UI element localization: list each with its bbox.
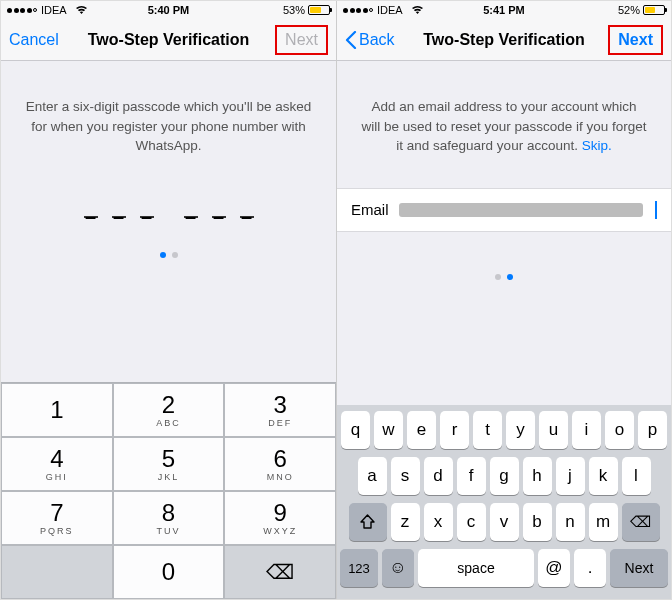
key-f[interactable]: f (457, 457, 486, 495)
carrier-label: IDEA (377, 4, 403, 16)
nav-bar: Back Two-Step Verification Next (337, 19, 671, 61)
key-v[interactable]: v (490, 503, 519, 541)
emoji-icon: ☺ (389, 558, 406, 578)
wifi-icon (75, 5, 88, 15)
cancel-button[interactable]: Cancel (9, 31, 81, 49)
screen-passcode: IDEA 5:40 PM 53% Cancel Two-Step Verific… (1, 1, 336, 599)
key-r[interactable]: r (440, 411, 469, 449)
passcode-digit: – (84, 204, 98, 218)
key-at[interactable]: @ (538, 549, 570, 587)
key-space[interactable]: space (418, 549, 534, 587)
text-cursor (655, 201, 657, 219)
key-emoji[interactable]: ☺ (382, 549, 414, 587)
back-button[interactable]: Back (345, 31, 417, 49)
qwerty-keyboard: q w e r t y u i o p a s d f g h j k l (337, 405, 671, 599)
nav-bar: Cancel Two-Step Verification Next (1, 19, 336, 61)
battery-icon (308, 5, 330, 15)
instruction-text: Enter a six-digit passcode which you'll … (1, 61, 336, 184)
key-dot[interactable]: . (574, 549, 606, 587)
signal-dots-icon (343, 8, 373, 13)
passcode-digit: – (212, 204, 226, 218)
key-s[interactable]: s (391, 457, 420, 495)
backspace-icon: ⌫ (266, 560, 294, 584)
clock: 5:41 PM (483, 4, 525, 16)
key-4[interactable]: 4GHI (1, 437, 113, 491)
email-label: Email (351, 201, 389, 218)
key-w[interactable]: w (374, 411, 403, 449)
key-backspace[interactable]: ⌫ (224, 545, 336, 599)
key-0[interactable]: 0 (113, 545, 225, 599)
key-6[interactable]: 6MNO (224, 437, 336, 491)
key-1[interactable]: 1 (1, 383, 113, 437)
email-value-redacted (399, 203, 643, 217)
status-bar: IDEA 5:41 PM 52% (337, 1, 671, 19)
key-8[interactable]: 8TUV (113, 491, 225, 545)
key-shift[interactable] (349, 503, 387, 541)
key-q[interactable]: q (341, 411, 370, 449)
key-3[interactable]: 3DEF (224, 383, 336, 437)
passcode-digit: – (240, 204, 254, 218)
key-2[interactable]: 2ABC (113, 383, 225, 437)
passcode-digit: – (184, 204, 198, 218)
next-button[interactable]: Next (275, 25, 328, 55)
key-blank (1, 545, 113, 599)
key-7[interactable]: 7PQRS (1, 491, 113, 545)
passcode-digit: – (112, 204, 126, 218)
key-9[interactable]: 9WXYZ (224, 491, 336, 545)
shift-icon (359, 514, 376, 530)
key-5[interactable]: 5JKL (113, 437, 225, 491)
page-title: Two-Step Verification (81, 31, 256, 49)
page-title: Two-Step Verification (417, 31, 591, 49)
key-p[interactable]: p (638, 411, 667, 449)
key-g[interactable]: g (490, 457, 519, 495)
instruction-text: Add an email address to your account whi… (337, 61, 671, 184)
chevron-left-icon (345, 31, 357, 49)
screen-email: IDEA 5:41 PM 52% Back Two-Step Verificat… (336, 1, 671, 599)
status-bar: IDEA 5:40 PM 53% (1, 1, 336, 19)
key-m[interactable]: m (589, 503, 618, 541)
key-b[interactable]: b (523, 503, 552, 541)
key-h[interactable]: h (523, 457, 552, 495)
carrier-label: IDEA (41, 4, 67, 16)
number-keypad: 1 2ABC 3DEF 4GHI 5JKL 6MNO 7PQRS 8TUV 9W… (1, 382, 336, 599)
key-next[interactable]: Next (610, 549, 668, 587)
passcode-digit: – (140, 204, 154, 218)
key-d[interactable]: d (424, 457, 453, 495)
battery-icon (643, 5, 665, 15)
signal-dots-icon (7, 8, 37, 13)
skip-link[interactable]: Skip. (582, 138, 612, 153)
key-a[interactable]: a (358, 457, 387, 495)
backspace-icon: ⌫ (630, 513, 651, 531)
key-u[interactable]: u (539, 411, 568, 449)
email-field[interactable]: Email (337, 188, 671, 232)
battery-pct: 52% (618, 4, 640, 16)
key-backspace[interactable]: ⌫ (622, 503, 660, 541)
key-k[interactable]: k (589, 457, 618, 495)
passcode-input[interactable]: – – – – – – (1, 184, 336, 230)
page-indicator (337, 232, 671, 286)
key-number-switch[interactable]: 123 (340, 549, 378, 587)
key-l[interactable]: l (622, 457, 651, 495)
page-indicator (1, 230, 336, 264)
battery-pct: 53% (283, 4, 305, 16)
key-c[interactable]: c (457, 503, 486, 541)
key-i[interactable]: i (572, 411, 601, 449)
key-n[interactable]: n (556, 503, 585, 541)
key-j[interactable]: j (556, 457, 585, 495)
wifi-icon (411, 5, 424, 15)
key-t[interactable]: t (473, 411, 502, 449)
key-y[interactable]: y (506, 411, 535, 449)
clock: 5:40 PM (148, 4, 190, 16)
key-o[interactable]: o (605, 411, 634, 449)
next-button[interactable]: Next (608, 25, 663, 55)
key-e[interactable]: e (407, 411, 436, 449)
key-x[interactable]: x (424, 503, 453, 541)
key-z[interactable]: z (391, 503, 420, 541)
